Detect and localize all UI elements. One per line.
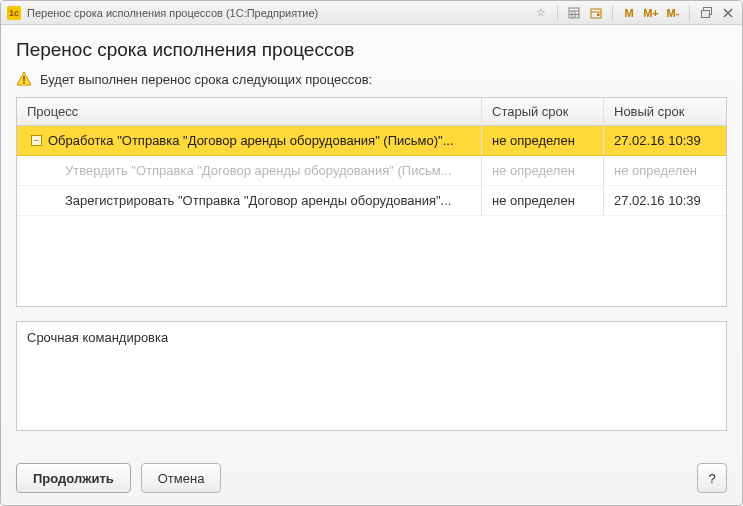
memory-m-button[interactable]: M bbox=[619, 4, 639, 22]
column-header-process[interactable]: Процесс bbox=[17, 98, 482, 125]
process-table: Процесс Старый срок Новый срок −Обработк… bbox=[16, 97, 727, 307]
comment-field-wrap bbox=[16, 321, 727, 431]
process-name: Утвердить "Отправка "Договор аренды обор… bbox=[65, 163, 452, 178]
table-header: Процесс Старый срок Новый срок bbox=[17, 98, 726, 126]
cell-new-deadline: 27.02.16 10:39 bbox=[604, 186, 726, 215]
content-area: Перенос срока исполнения процессов Будет… bbox=[1, 25, 742, 453]
table-body: −Обработка "Отправка "Договор аренды обо… bbox=[17, 126, 726, 306]
svg-rect-13 bbox=[23, 76, 25, 81]
cell-old-deadline: не определен bbox=[482, 126, 604, 155]
warning-icon bbox=[16, 71, 32, 87]
info-text: Будет выполнен перенос срока следующих п… bbox=[40, 72, 372, 87]
titlebar: 1c Перенос срока исполнения процессов (1… bbox=[1, 1, 742, 25]
tree-collapse-icon[interactable]: − bbox=[31, 135, 42, 146]
separator bbox=[612, 5, 613, 21]
svg-rect-9 bbox=[701, 11, 709, 18]
footer: Продолжить Отмена ? bbox=[1, 453, 742, 505]
info-row: Будет выполнен перенос срока следующих п… bbox=[16, 71, 727, 87]
window: 1c Перенос срока исполнения процессов (1… bbox=[0, 0, 743, 506]
cell-new-deadline: не определен bbox=[604, 156, 726, 185]
svg-rect-0 bbox=[569, 8, 579, 18]
favorite-icon[interactable]: ☆ bbox=[531, 4, 551, 22]
table-row[interactable]: −Обработка "Отправка "Договор аренды обо… bbox=[17, 126, 726, 156]
close-icon[interactable] bbox=[718, 4, 738, 22]
help-button[interactable]: ? bbox=[697, 463, 727, 493]
separator bbox=[689, 5, 690, 21]
titlebar-toolbar: ☆ M M+ M- bbox=[531, 4, 738, 22]
svg-rect-14 bbox=[23, 82, 25, 84]
comment-input[interactable] bbox=[17, 322, 726, 430]
maximize-icon[interactable] bbox=[696, 4, 716, 22]
svg-rect-7 bbox=[597, 13, 600, 16]
memory-mplus-button[interactable]: M+ bbox=[641, 4, 661, 22]
continue-button[interactable]: Продолжить bbox=[16, 463, 131, 493]
calendar-icon[interactable] bbox=[586, 4, 606, 22]
memory-mminus-button[interactable]: M- bbox=[663, 4, 683, 22]
page-title: Перенос срока исполнения процессов bbox=[16, 39, 727, 61]
table-row[interactable]: Зарегистрировать "Отправка "Договор арен… bbox=[17, 186, 726, 216]
cell-old-deadline: не определен bbox=[482, 156, 604, 185]
process-name: Обработка "Отправка "Договор аренды обор… bbox=[48, 133, 454, 148]
process-name: Зарегистрировать "Отправка "Договор арен… bbox=[65, 193, 451, 208]
cell-process: Утвердить "Отправка "Договор аренды обор… bbox=[17, 156, 482, 185]
column-header-old-deadline[interactable]: Старый срок bbox=[482, 98, 604, 125]
cell-process: −Обработка "Отправка "Договор аренды обо… bbox=[17, 126, 482, 155]
separator bbox=[557, 5, 558, 21]
window-title: Перенос срока исполнения процессов (1С:П… bbox=[27, 7, 531, 19]
column-header-new-deadline[interactable]: Новый срок bbox=[604, 98, 726, 125]
cell-new-deadline: 27.02.16 10:39 bbox=[604, 126, 726, 155]
calculator-icon[interactable] bbox=[564, 4, 584, 22]
table-row[interactable]: Утвердить "Отправка "Договор аренды обор… bbox=[17, 156, 726, 186]
cell-process: Зарегистрировать "Отправка "Договор арен… bbox=[17, 186, 482, 215]
cancel-button[interactable]: Отмена bbox=[141, 463, 222, 493]
cell-old-deadline: не определен bbox=[482, 186, 604, 215]
app-logo-icon: 1c bbox=[7, 6, 21, 20]
